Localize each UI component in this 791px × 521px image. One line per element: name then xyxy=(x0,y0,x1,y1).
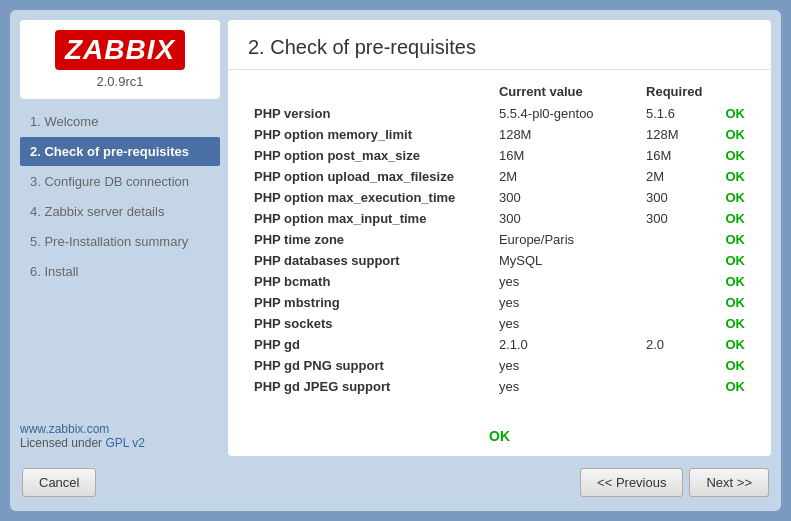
row-current: yes xyxy=(493,313,640,334)
table-row: PHP bcmathyesOK xyxy=(248,271,751,292)
row-label: PHP option max_input_time xyxy=(248,208,493,229)
row-status: OK xyxy=(720,145,752,166)
sidebar-footer: www.zabbix.com Licensed under GPL v2 xyxy=(20,416,220,456)
row-label: PHP gd PNG support xyxy=(248,355,493,376)
table-row: PHP socketsyesOK xyxy=(248,313,751,334)
logo: ZABBIX xyxy=(55,30,185,70)
sidebar-item-pre-requisites[interactable]: 2. Check of pre-requisites xyxy=(20,137,220,166)
row-current: yes xyxy=(493,271,640,292)
row-status: OK xyxy=(720,124,752,145)
table-row: PHP option max_execution_time300300OK xyxy=(248,187,751,208)
zabbix-link[interactable]: www.zabbix.com xyxy=(20,422,109,436)
row-current: 300 xyxy=(493,208,640,229)
sidebar-item-db-connection[interactable]: 3. Configure DB connection xyxy=(20,167,220,196)
row-required: 2.0 xyxy=(640,334,719,355)
row-label: PHP option post_max_size xyxy=(248,145,493,166)
row-status: OK xyxy=(720,271,752,292)
row-label: PHP option memory_limit xyxy=(248,124,493,145)
row-status: OK xyxy=(720,313,752,334)
ok-button-area: OK xyxy=(228,416,771,456)
row-current: MySQL xyxy=(493,250,640,271)
row-required xyxy=(640,355,719,376)
row-required xyxy=(640,292,719,313)
row-status: OK xyxy=(720,250,752,271)
row-label: PHP bcmath xyxy=(248,271,493,292)
row-status: OK xyxy=(720,229,752,250)
row-label: PHP option max_execution_time xyxy=(248,187,493,208)
sidebar-item-pre-install-summary[interactable]: 5. Pre-Installation summary xyxy=(20,227,220,256)
col-header-current: Current value xyxy=(493,80,640,103)
prereq-table: Current value Required PHP version5.5.4-… xyxy=(248,80,751,397)
row-required xyxy=(640,376,719,397)
row-required xyxy=(640,313,719,334)
table-row: PHP option max_input_time300300OK xyxy=(248,208,751,229)
row-required xyxy=(640,271,719,292)
row-required: 2M xyxy=(640,166,719,187)
ok-status: OK xyxy=(489,428,510,444)
table-row: PHP mbstringyesOK xyxy=(248,292,751,313)
col-header-required: Required xyxy=(640,80,719,103)
row-required: 5.1.6 xyxy=(640,103,719,124)
table-row: PHP gd JPEG supportyesOK xyxy=(248,376,751,397)
row-current: yes xyxy=(493,292,640,313)
row-required: 16M xyxy=(640,145,719,166)
col-header-label xyxy=(248,80,493,103)
row-label: PHP time zone xyxy=(248,229,493,250)
row-label: PHP option upload_max_filesize xyxy=(248,166,493,187)
row-status: OK xyxy=(720,187,752,208)
row-status: OK xyxy=(720,103,752,124)
row-label: PHP version xyxy=(248,103,493,124)
sidebar-item-server-details[interactable]: 4. Zabbix server details xyxy=(20,197,220,226)
row-required: 300 xyxy=(640,187,719,208)
row-required: 128M xyxy=(640,124,719,145)
row-current: 16M xyxy=(493,145,640,166)
row-label: PHP gd JPEG support xyxy=(248,376,493,397)
next-button[interactable]: Next >> xyxy=(689,468,769,497)
page-title: 2. Check of pre-requisites xyxy=(228,20,771,70)
row-status: OK xyxy=(720,334,752,355)
row-status: OK xyxy=(720,166,752,187)
gpl-link[interactable]: GPL v2 xyxy=(105,436,145,450)
col-header-status xyxy=(720,80,752,103)
row-current: 2.1.0 xyxy=(493,334,640,355)
table-row: PHP option post_max_size16M16MOK xyxy=(248,145,751,166)
version: 2.0.9rc1 xyxy=(97,74,144,89)
table-row: PHP databases supportMySQLOK xyxy=(248,250,751,271)
nav-menu: 1. Welcome 2. Check of pre-requisites 3.… xyxy=(20,107,220,286)
main-content: 2. Check of pre-requisites Current value… xyxy=(228,20,771,456)
row-status: OK xyxy=(720,292,752,313)
row-status: OK xyxy=(720,376,752,397)
sidebar: ZABBIX 2.0.9rc1 1. Welcome 2. Check of p… xyxy=(20,20,220,456)
content-area: ZABBIX 2.0.9rc1 1. Welcome 2. Check of p… xyxy=(20,20,771,456)
table-row: PHP option memory_limit128M128MOK xyxy=(248,124,751,145)
row-status: OK xyxy=(720,208,752,229)
footer-bar: Cancel << Previous Next >> xyxy=(20,464,771,501)
table-row: PHP gd PNG supportyesOK xyxy=(248,355,751,376)
table-row: PHP option upload_max_filesize2M2MOK xyxy=(248,166,751,187)
row-required: 300 xyxy=(640,208,719,229)
table-row: PHP gd2.1.02.0OK xyxy=(248,334,751,355)
row-current: 128M xyxy=(493,124,640,145)
row-current: 300 xyxy=(493,187,640,208)
previous-button[interactable]: << Previous xyxy=(580,468,683,497)
table-row: PHP time zoneEurope/ParisOK xyxy=(248,229,751,250)
row-label: PHP mbstring xyxy=(248,292,493,313)
row-current: Europe/Paris xyxy=(493,229,640,250)
row-status: OK xyxy=(720,355,752,376)
row-current: yes xyxy=(493,355,640,376)
row-current: 2M xyxy=(493,166,640,187)
footer-right: << Previous Next >> xyxy=(580,468,769,497)
cancel-button[interactable]: Cancel xyxy=(22,468,96,497)
row-current: 5.5.4-pl0-gentoo xyxy=(493,103,640,124)
table-row: PHP version5.5.4-pl0-gentoo5.1.6OK xyxy=(248,103,751,124)
row-label: PHP databases support xyxy=(248,250,493,271)
sidebar-item-install[interactable]: 6. Install xyxy=(20,257,220,286)
logo-area: ZABBIX 2.0.9rc1 xyxy=(20,20,220,99)
row-label: PHP gd xyxy=(248,334,493,355)
row-required xyxy=(640,250,719,271)
table-area: Current value Required PHP version5.5.4-… xyxy=(228,70,771,416)
sidebar-item-welcome[interactable]: 1. Welcome xyxy=(20,107,220,136)
license-prefix: Licensed under xyxy=(20,436,105,450)
main-container: ZABBIX 2.0.9rc1 1. Welcome 2. Check of p… xyxy=(10,10,781,511)
row-label: PHP sockets xyxy=(248,313,493,334)
